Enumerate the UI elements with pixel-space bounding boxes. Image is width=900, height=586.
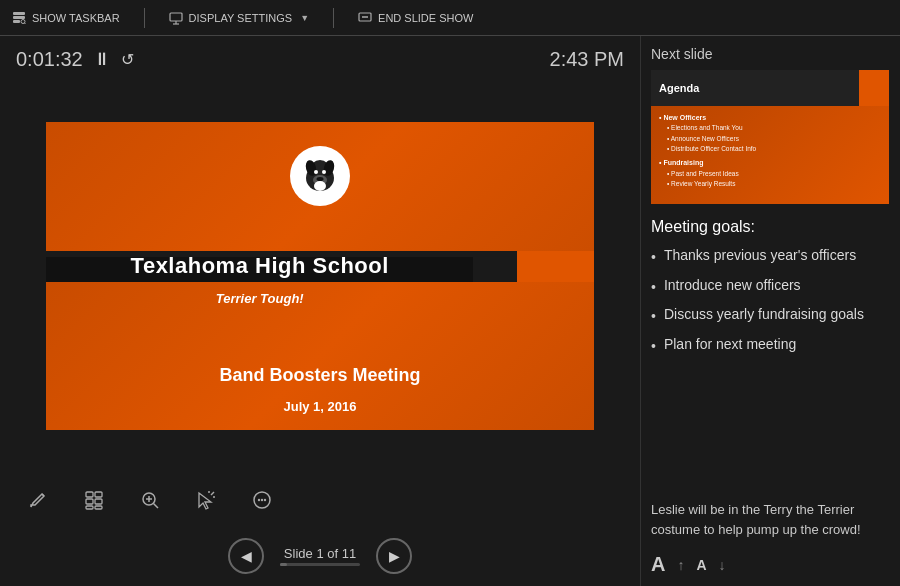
svg-rect-1 <box>13 16 25 19</box>
svg-rect-22 <box>86 499 93 504</box>
goal-item-4: • Plan for next meeting <box>651 335 890 357</box>
progress-fill <box>280 563 287 566</box>
thumb-group-2-title: • Fundraising <box>659 157 881 168</box>
thumb-bullet-group-2: • Fundraising • Past and Present Ideas •… <box>659 157 881 189</box>
current-time: 2:43 PM <box>550 48 624 71</box>
goal-bullet-2: • <box>651 278 656 298</box>
svg-marker-30 <box>199 493 211 509</box>
svg-point-19 <box>314 181 326 191</box>
timer-controls: 0:01:32 ⏸ ↺ <box>16 48 134 71</box>
svg-point-36 <box>261 499 263 501</box>
zoom-button[interactable] <box>132 482 168 518</box>
slide-indicator: Slide 1 of 11 <box>280 546 360 561</box>
thumb-item-1-1: • Elections and Thank You <box>659 123 881 133</box>
goal-item-3: • Discuss yearly fundraising goals <box>651 305 890 327</box>
timer-row: 0:01:32 ⏸ ↺ 2:43 PM <box>0 44 640 79</box>
svg-rect-0 <box>13 12 25 15</box>
svg-line-31 <box>211 492 214 495</box>
svg-point-3 <box>21 19 25 23</box>
svg-line-27 <box>154 504 159 509</box>
show-taskbar-button[interactable]: SHOW TASKBAR <box>12 11 120 25</box>
svg-rect-24 <box>86 506 93 509</box>
toolbar: SHOW TASKBAR DISPLAY SETTINGS ▼ END SLID… <box>0 0 900 36</box>
font-ctrl-arrow-1: ↑ <box>677 557 684 573</box>
next-slide-thumbnail: Agenda • New Officers • Elections and Th… <box>651 70 889 204</box>
pointer-button[interactable] <box>188 482 224 518</box>
show-taskbar-icon <box>12 11 26 25</box>
svg-rect-23 <box>95 499 102 504</box>
navigation-row: ◀ Slide 1 of 11 ▶ <box>0 528 640 586</box>
font-controls: A ↑ A ↓ <box>651 549 890 576</box>
thumb-group-1-title: • New Officers <box>659 112 881 123</box>
thumb-bullet-group-1: • New Officers • Elections and Thank You… <box>659 112 881 154</box>
goals-title: Meeting goals: <box>651 218 890 236</box>
svg-line-4 <box>25 23 26 24</box>
progress-bar <box>280 563 360 566</box>
svg-point-18 <box>322 170 326 174</box>
meeting-goals: Meeting goals: • Thanks previous year's … <box>651 218 890 488</box>
end-slide-show-label: END SLIDE SHOW <box>378 12 473 24</box>
svg-point-16 <box>317 177 324 181</box>
pause-button[interactable]: ⏸ <box>93 49 111 70</box>
slide-school-name: Texlahoma High School <box>46 254 473 278</box>
main-area: 0:01:32 ⏸ ↺ 2:43 PM <box>0 36 900 586</box>
display-settings-label: DISPLAY SETTINGS <box>189 12 293 24</box>
goal-text-4: Plan for next meeting <box>664 335 890 355</box>
thumb-item-1-3: • Distribute Officer Contact Info <box>659 144 881 154</box>
goal-text-2: Introduce new officers <box>664 276 890 296</box>
reset-button[interactable]: ↺ <box>121 50 134 69</box>
font-decrease-button[interactable]: A <box>696 557 706 573</box>
divider-1 <box>144 8 145 28</box>
speaker-notes: Leslie will be in the Terry the Terrier … <box>651 500 890 539</box>
thumb-item-2-2: • Review Yearly Results <box>659 179 881 189</box>
slide-school-motto: Terrier Tough! <box>46 291 473 306</box>
svg-point-17 <box>314 170 318 174</box>
prev-slide-button[interactable]: ◀ <box>228 538 264 574</box>
left-panel: 0:01:32 ⏸ ↺ 2:43 PM <box>0 36 640 586</box>
end-slideshow-icon <box>358 11 372 25</box>
slide-meeting-date: July 1, 2016 <box>46 399 594 414</box>
slide-container: Texlahoma High School Terrier Tough! Ban… <box>0 79 640 472</box>
font-increase-button[interactable]: A <box>651 553 665 576</box>
thumb-header: Agenda <box>651 70 889 106</box>
thumb-orange-box <box>859 70 889 106</box>
display-settings-icon <box>169 11 183 25</box>
slide-mascot-logo <box>290 146 350 206</box>
goal-text-1: Thanks previous year's officers <box>664 246 890 266</box>
divider-2 <box>333 8 334 28</box>
goal-item-2: • Introduce new officers <box>651 276 890 298</box>
slide-preview: Texlahoma High School Terrier Tough! Ban… <box>46 122 594 430</box>
svg-point-35 <box>258 499 260 501</box>
svg-rect-5 <box>170 13 182 21</box>
thumb-item-2-1: • Past and Present Ideas <box>659 169 881 179</box>
thumb-body: • New Officers • Elections and Thank You… <box>651 106 889 204</box>
goal-bullet-4: • <box>651 337 656 357</box>
right-panel: Next slide Agenda • New Officers • Elect… <box>640 36 900 586</box>
goal-bullet-1: • <box>651 248 656 268</box>
svg-rect-20 <box>86 492 93 497</box>
end-slide-show-button[interactable]: END SLIDE SHOW <box>358 11 473 25</box>
tools-row <box>0 472 640 528</box>
svg-rect-21 <box>95 492 102 497</box>
grid-view-button[interactable] <box>76 482 112 518</box>
pen-tool-button[interactable] <box>20 482 56 518</box>
svg-point-37 <box>264 499 266 501</box>
next-slide-label: Next slide <box>651 46 890 62</box>
slide-meeting-title: Band Boosters Meeting <box>46 365 594 386</box>
goal-item-1: • Thanks previous year's officers <box>651 246 890 268</box>
show-taskbar-label: SHOW TASKBAR <box>32 12 120 24</box>
goal-text-3: Discuss yearly fundraising goals <box>664 305 890 325</box>
next-slide-button[interactable]: ▶ <box>376 538 412 574</box>
thumb-item-1-2: • Announce New Officers <box>659 134 881 144</box>
font-ctrl-arrow-2: ↓ <box>719 557 726 573</box>
svg-rect-2 <box>13 20 20 23</box>
more-options-button[interactable] <box>244 482 280 518</box>
elapsed-time: 0:01:32 <box>16 48 83 71</box>
goal-bullet-3: • <box>651 307 656 327</box>
display-settings-button[interactable]: DISPLAY SETTINGS ▼ <box>169 11 309 25</box>
thumb-header-title: Agenda <box>659 82 699 94</box>
svg-rect-25 <box>95 506 102 509</box>
